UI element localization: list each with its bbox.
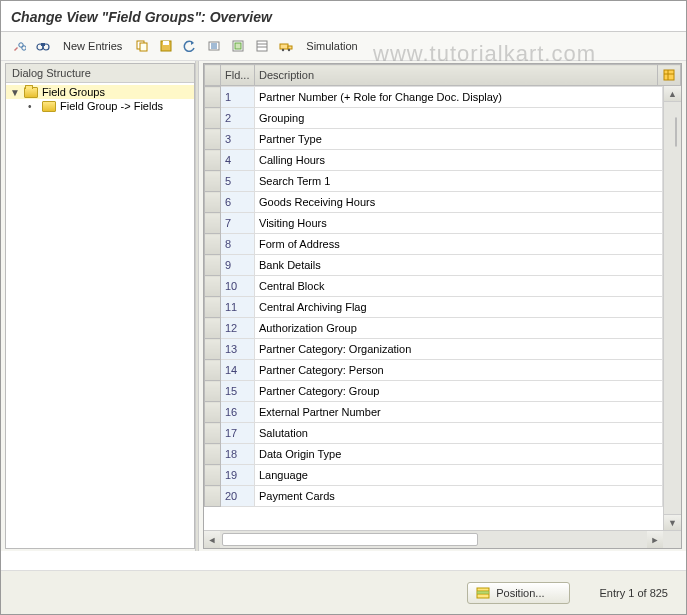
vscroll-knob[interactable] — [675, 117, 677, 147]
row-selector[interactable] — [205, 255, 221, 276]
table-row[interactable]: 16External Partner Number — [205, 402, 663, 423]
dialog-structure-panel: Dialog Structure ▼ Field Groups • Field … — [5, 63, 195, 549]
cell-field-number: 20 — [221, 486, 255, 507]
vertical-scrollbar[interactable]: ▲ ▼ — [663, 86, 681, 530]
splitter[interactable] — [195, 61, 199, 551]
new-entries-button[interactable]: New Entries — [57, 36, 128, 56]
cell-field-number: 6 — [221, 192, 255, 213]
table-row[interactable]: 20Payment Cards — [205, 486, 663, 507]
table-row[interactable]: 1Partner Number (+ Role for Change Doc. … — [205, 87, 663, 108]
table-row[interactable]: 4Calling Hours — [205, 150, 663, 171]
row-selector[interactable] — [205, 297, 221, 318]
svg-rect-4 — [41, 43, 45, 46]
row-selector[interactable] — [205, 150, 221, 171]
row-selector[interactable] — [205, 318, 221, 339]
table-row[interactable]: 13Partner Category: Organization — [205, 339, 663, 360]
row-selector[interactable] — [205, 108, 221, 129]
cell-field-number: 10 — [221, 276, 255, 297]
table-row[interactable]: 9Bank Details — [205, 255, 663, 276]
row-selector[interactable] — [205, 465, 221, 486]
table-row[interactable]: 10Central Block — [205, 276, 663, 297]
row-selector[interactable] — [205, 381, 221, 402]
row-selector[interactable] — [205, 171, 221, 192]
select-all-header[interactable] — [205, 65, 221, 86]
table-row[interactable]: 3Partner Type — [205, 129, 663, 150]
undo-button[interactable] — [180, 36, 200, 56]
find-button[interactable] — [33, 36, 53, 56]
svg-rect-22 — [664, 70, 674, 80]
select-all-button[interactable] — [228, 36, 248, 56]
table-row[interactable]: 8Form of Address — [205, 234, 663, 255]
table-settings-button[interactable] — [658, 65, 681, 86]
row-selector[interactable] — [205, 192, 221, 213]
table-row[interactable]: 17Salutation — [205, 423, 663, 444]
table-row[interactable]: 19Language — [205, 465, 663, 486]
row-selector[interactable] — [205, 129, 221, 150]
svg-rect-19 — [288, 46, 292, 49]
row-selector[interactable] — [205, 444, 221, 465]
tree-collapse-icon[interactable]: ▼ — [10, 87, 20, 98]
svg-point-1 — [22, 46, 26, 50]
cell-description: Partner Category: Group — [255, 381, 663, 402]
table-row[interactable]: 5Search Term 1 — [205, 171, 663, 192]
table-row[interactable]: 11Central Archiving Flag — [205, 297, 663, 318]
table-row[interactable]: 14Partner Category: Person — [205, 360, 663, 381]
cell-field-number: 11 — [221, 297, 255, 318]
cell-description: Central Block — [255, 276, 663, 297]
undo-icon — [183, 39, 197, 53]
hscroll-knob[interactable] — [222, 533, 478, 546]
table-row[interactable]: 7Visiting Hours — [205, 213, 663, 234]
cell-description: Payment Cards — [255, 486, 663, 507]
cell-field-number: 5 — [221, 171, 255, 192]
toggle-change-button[interactable] — [9, 36, 29, 56]
horizontal-scrollbar[interactable]: ◄ ► — [204, 530, 681, 548]
row-selector[interactable] — [205, 87, 221, 108]
row-selector[interactable] — [205, 276, 221, 297]
table-row[interactable]: 6Goods Receiving Hours — [205, 192, 663, 213]
cell-field-number: 16 — [221, 402, 255, 423]
folder-open-icon — [24, 87, 38, 98]
cell-description: Bank Details — [255, 255, 663, 276]
row-selector[interactable] — [205, 213, 221, 234]
column-field[interactable]: Fld... — [221, 65, 255, 86]
cell-description: Partner Number (+ Role for Change Doc. D… — [255, 87, 663, 108]
table-row[interactable]: 12Authorization Group — [205, 318, 663, 339]
tree-node-field-groups[interactable]: ▼ Field Groups — [6, 85, 194, 99]
table-row[interactable]: 18Data Origin Type — [205, 444, 663, 465]
row-selector[interactable] — [205, 360, 221, 381]
position-button[interactable]: Position... — [467, 582, 569, 604]
binoculars-icon — [36, 39, 50, 53]
scroll-right-icon[interactable]: ► — [647, 531, 663, 548]
column-description[interactable]: Description — [255, 65, 658, 86]
table-settings-icon — [662, 68, 676, 82]
deselect-all-button[interactable] — [252, 36, 272, 56]
simulation-button[interactable]: Simulation — [300, 36, 363, 56]
scroll-down-icon[interactable]: ▼ — [664, 514, 681, 530]
row-selector[interactable] — [205, 423, 221, 444]
cell-field-number: 7 — [221, 213, 255, 234]
cell-description: Form of Address — [255, 234, 663, 255]
save-button[interactable] — [156, 36, 176, 56]
scroll-left-icon[interactable]: ◄ — [204, 531, 220, 548]
svg-point-20 — [282, 49, 284, 51]
cell-description: Calling Hours — [255, 150, 663, 171]
copy-button[interactable] — [132, 36, 152, 56]
table-row[interactable]: 2Grouping — [205, 108, 663, 129]
transport-button[interactable] — [276, 36, 296, 56]
scroll-up-icon[interactable]: ▲ — [664, 86, 681, 102]
svg-rect-15 — [257, 41, 267, 51]
row-selector[interactable] — [205, 402, 221, 423]
row-selector[interactable] — [205, 339, 221, 360]
pencil-glasses-icon — [12, 39, 26, 53]
folder-icon — [42, 101, 56, 112]
tree-node-label: Field Group -> Fields — [60, 100, 163, 112]
delete-button[interactable] — [204, 36, 224, 56]
tree-node-field-group-fields[interactable]: • Field Group -> Fields — [6, 99, 194, 113]
row-selector[interactable] — [205, 234, 221, 255]
cell-description: Grouping — [255, 108, 663, 129]
cell-description: Partner Category: Person — [255, 360, 663, 381]
delete-row-icon — [207, 39, 221, 53]
row-selector[interactable] — [205, 486, 221, 507]
diskette-icon — [159, 39, 173, 53]
table-row[interactable]: 15Partner Category: Group — [205, 381, 663, 402]
